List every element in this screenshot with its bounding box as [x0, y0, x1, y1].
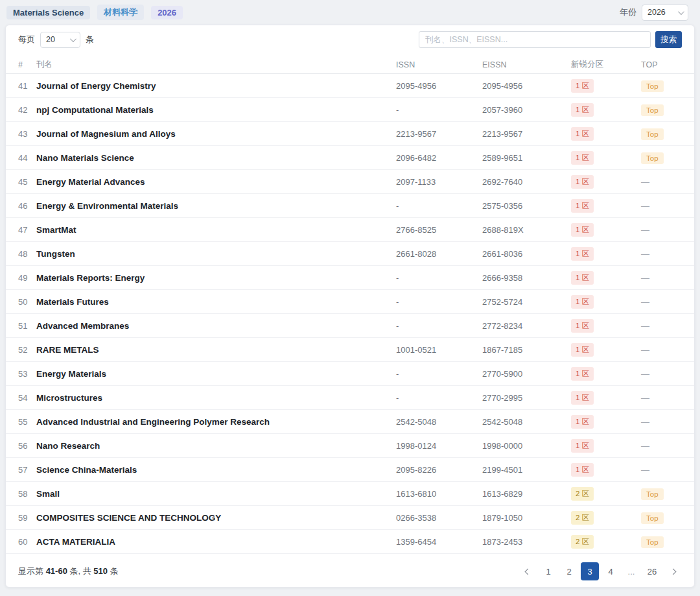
top-cell: —	[641, 272, 682, 283]
eissn-cell: 2589-9651	[482, 153, 571, 163]
top-badge: Top	[641, 536, 664, 548]
pagination-prev-button[interactable]	[519, 562, 537, 580]
journal-name: SmartMat	[36, 225, 396, 235]
col-header-issn: ISSN	[396, 60, 482, 69]
top-cell: Top	[641, 104, 682, 116]
top-dash: —	[641, 465, 649, 475]
top-dash: —	[641, 417, 649, 427]
eissn-cell: 2661-8036	[482, 249, 571, 259]
zone-badge: 1 区	[571, 247, 594, 261]
category-badge-en[interactable]: Materials Science	[6, 6, 90, 19]
journal-name: Journal of Energy Chemistry	[36, 81, 396, 91]
pagination-page-2[interactable]: 2	[560, 562, 578, 580]
rank-cell: 50	[18, 297, 36, 307]
issn-cell: 1001-0521	[396, 345, 482, 355]
issn-cell: 2766-8525	[396, 225, 482, 235]
top-badge: Top	[641, 152, 664, 164]
rank-cell: 42	[18, 105, 36, 115]
pagination-page-26[interactable]: 26	[643, 562, 661, 580]
zone-cell: 2 区	[571, 487, 641, 501]
table-row: 44 Nano Materials Science 2096-6482 2589…	[6, 146, 694, 170]
table-body: 41 Journal of Energy Chemistry 2095-4956…	[6, 74, 694, 554]
table-row: 41 Journal of Energy Chemistry 2095-4956…	[6, 74, 694, 98]
rank-cell: 60	[18, 537, 36, 547]
eissn-cell: 2770-5900	[482, 369, 571, 379]
category-badges: Materials Science 材料科学 2026	[6, 5, 183, 20]
rank-cell: 52	[18, 345, 36, 355]
category-badge-year[interactable]: 2026	[151, 6, 183, 19]
pagination-page-1[interactable]: 1	[539, 562, 557, 580]
zone-badge: 2 区	[571, 511, 594, 525]
pagination-next-button[interactable]	[664, 562, 682, 580]
top-cell: —	[641, 392, 682, 403]
issn-cell: -	[396, 273, 482, 283]
issn-cell: 2097-1133	[396, 177, 482, 187]
issn-cell: 2213-9567	[396, 129, 482, 139]
pagination-page-4[interactable]: 4	[601, 562, 620, 580]
table-row: 56 Nano Research 1998-0124 1998-0000 1 区…	[6, 434, 694, 458]
zone-badge: 2 区	[571, 535, 594, 549]
top-cell: —	[641, 344, 682, 355]
top-cell: Top	[641, 152, 682, 164]
journal-name: Advanced Industrial and Engineering Poly…	[36, 417, 396, 427]
eissn-cell: 2666-9358	[482, 273, 571, 283]
category-badge-zh[interactable]: 材料科学	[97, 5, 144, 20]
top-strip: Materials Science 材料科学 2026 年份 2026	[0, 0, 700, 25]
journal-name: Energy Materials	[36, 369, 396, 379]
eissn-cell: 1873-2453	[482, 537, 571, 547]
top-badge: Top	[641, 488, 664, 500]
top-cell: —	[641, 176, 682, 187]
summary-suffix: 条	[110, 566, 119, 576]
journal-name: npj Computational Materials	[36, 105, 396, 115]
pagination-page-3[interactable]: 3	[581, 562, 599, 580]
issn-cell: -	[396, 393, 482, 403]
search-input[interactable]	[419, 31, 651, 48]
table-row: 60 ACTA MATERIALIA 1359-6454 1873-2453 2…	[6, 530, 694, 554]
journal-name: ACTA MATERIALIA	[36, 537, 396, 547]
table-footer: 显示第 41-60 条, 共 510 条 1234...26	[6, 554, 694, 580]
summary-prefix: 显示第	[18, 566, 43, 576]
issn-cell: -	[396, 297, 482, 307]
journal-name: Advanced Membranes	[36, 321, 396, 331]
chevron-left-icon	[524, 568, 531, 575]
top-cell: —	[641, 368, 682, 379]
eissn-cell: 2057-3960	[482, 105, 571, 115]
zone-cell: 2 区	[571, 535, 641, 549]
table-header: # 刊名 ISSN EISSN 新锐分区 TOP	[6, 56, 694, 74]
eissn-cell: 2542-5048	[482, 417, 571, 427]
table-row: 43 Journal of Magnesium and Alloys 2213-…	[6, 122, 694, 146]
pagination: 1234...26	[519, 562, 682, 580]
rank-cell: 53	[18, 369, 36, 379]
table-row: 58 Small 1613-6810 1613-6829 2 区 Top	[6, 482, 694, 506]
search-bar: 搜索	[419, 31, 682, 48]
top-cell: Top	[641, 128, 682, 140]
eissn-cell: 2095-4956	[482, 81, 571, 91]
journal-name: Materials Reports: Energy	[36, 273, 396, 283]
zone-badge: 1 区	[571, 439, 594, 453]
zone-badge: 1 区	[571, 223, 594, 237]
top-badge: Top	[641, 80, 664, 92]
year-label: 年份	[620, 6, 636, 18]
top-dash: —	[641, 177, 649, 187]
top-badge: Top	[641, 512, 664, 524]
top-cell: Top	[641, 536, 682, 548]
zone-badge: 1 区	[571, 343, 594, 357]
top-cell: —	[641, 440, 682, 451]
eissn-cell: 1879-1050	[482, 513, 571, 523]
per-page-control: 每页 20 条	[18, 32, 94, 48]
eissn-cell: 2692-7640	[482, 177, 571, 187]
year-select[interactable]: 2026	[642, 5, 688, 21]
summary-mid: 条, 共	[70, 566, 91, 576]
search-button[interactable]: 搜索	[655, 31, 682, 48]
zone-badge: 1 区	[571, 175, 594, 189]
table-row: 54 Microstructures - 2770-2995 1 区 —	[6, 386, 694, 410]
top-cell: Top	[641, 80, 682, 92]
year-select-value: 2026	[648, 8, 666, 17]
issn-cell: 2095-4956	[396, 81, 482, 91]
rank-cell: 54	[18, 393, 36, 403]
year-picker: 年份 2026	[620, 5, 688, 21]
issn-cell: 1359-6454	[396, 537, 482, 547]
zone-badge: 1 区	[571, 367, 594, 381]
zone-badge: 2 区	[571, 487, 594, 501]
per-page-select[interactable]: 20	[40, 32, 80, 48]
